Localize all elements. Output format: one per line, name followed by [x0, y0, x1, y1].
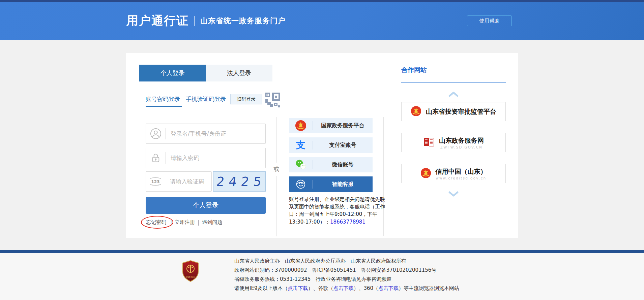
- svg-text:123: 123: [151, 179, 159, 184]
- methods-divider: [146, 107, 383, 107]
- help-button[interactable]: 使用帮助: [467, 15, 512, 26]
- svg-text:党政机关: 党政机关: [186, 275, 195, 278]
- partner-url: www.creditsd.gov.cn: [436, 176, 486, 180]
- link-separator: |: [198, 220, 199, 226]
- chevron-down-icon[interactable]: [447, 190, 460, 198]
- captcha-123-icon: 123: [146, 177, 165, 186]
- footer-accent-bar: [0, 250, 644, 253]
- chevron-up-icon[interactable]: [447, 91, 460, 98]
- tab-legal-login[interactable]: 法人登录: [206, 65, 272, 81]
- wechat-icon: [289, 159, 313, 170]
- qr-code-icon[interactable]: [265, 93, 280, 108]
- partner-url: ZWFW.SD.GOV.CN: [440, 145, 482, 149]
- login-links: 忘记密码 | 立即注册 | 遇到问题: [145, 219, 222, 226]
- partner-card-credit-china[interactable]: 信用中国（山东） www.creditsd.gov.cn: [401, 164, 506, 183]
- username-field: [146, 124, 266, 144]
- partner-name: 山东省投资审批监管平台: [426, 107, 496, 116]
- register-link[interactable]: 立即注册: [175, 219, 195, 226]
- password-field: [146, 148, 266, 168]
- download-360-link[interactable]: 点击下载: [378, 285, 399, 291]
- customer-service-note: 账号登录注册、企业绑定相关问题请优先联系页面中的智能客服系统，客服电话（工作日：…: [289, 196, 386, 226]
- captcha-field: 123: [146, 171, 212, 192]
- trouble-link[interactable]: 遇到问题: [202, 219, 222, 226]
- partners-title: 合作网站: [401, 66, 427, 74]
- third-party-label: 微信账号: [313, 161, 373, 168]
- service-phone-link[interactable]: 18663778981: [330, 219, 365, 225]
- method-sms-login[interactable]: 手机验证码登录: [186, 95, 226, 103]
- username-input[interactable]: [166, 130, 265, 137]
- user-icon: [146, 128, 166, 139]
- partner-card-investment[interactable]: 山东省投资审批监管平台: [401, 102, 506, 121]
- title-divider: [194, 16, 195, 26]
- or-divider-line: [276, 117, 277, 236]
- personal-login-button[interactable]: 个人登录: [146, 197, 266, 214]
- footer-text: 山东省人民政府主办 山东省人民政府办公厅承办 山东省人民政府版权所有 政府网站识…: [234, 257, 459, 293]
- footer-line-browsers: 请使用IE9及以上版本（点击下载）、谷歌（点击下载）、360（点击下载）等主流浏…: [234, 284, 459, 293]
- partners-underline: [401, 82, 506, 83]
- password-input[interactable]: [166, 155, 265, 161]
- national-platform-login-button[interactable]: 国家政务服务平台: [289, 118, 373, 133]
- alipay-icon: 支: [289, 140, 313, 150]
- or-label: 或: [273, 163, 279, 176]
- partner-name: 山东政务服务网: [439, 136, 484, 145]
- smart-service-button[interactable]: 智能客服: [289, 176, 373, 192]
- forgot-password-link[interactable]: 忘记密码: [146, 219, 166, 225]
- page-title: 用户通行证: [126, 13, 189, 29]
- smart-service-icon: [289, 179, 313, 190]
- footer-line-icp: 政府网站识别码：3700000092 鲁ICP备05051451 鲁公网安备37…: [234, 266, 459, 275]
- wechat-login-button[interactable]: 微信账号: [289, 157, 373, 172]
- government-badge-icon: 党政机关: [181, 260, 200, 282]
- national-emblem-icon: [289, 120, 313, 131]
- login-panel: 个人登录 法人登录 账号密码登录 手机验证码登录 扫码登录: [126, 53, 518, 238]
- download-chrome-link[interactable]: 点击下载: [333, 285, 353, 291]
- captcha-image[interactable]: 2425: [213, 171, 266, 192]
- brand: 用户通行证 山东省统一政务服务门户: [126, 2, 286, 40]
- captcha-input[interactable]: [165, 178, 211, 185]
- header: 用户通行证 山东省统一政务服务门户 使用帮助: [0, 2, 644, 40]
- third-party-label: 国家政务服务平台: [313, 122, 373, 129]
- alipay-login-button[interactable]: 支 支付宝账号: [289, 137, 373, 153]
- page-subtitle: 山东省统一政务服务门户: [200, 16, 286, 26]
- partner-name: 信用中国（山东）: [436, 167, 487, 176]
- national-emblem-icon: [420, 168, 431, 180]
- national-emblem-icon: [411, 106, 421, 118]
- method-scan-login[interactable]: 扫码登录: [230, 94, 262, 104]
- footer-line-hotline: 省级政务服务热线：0531-12345 行政业务咨询电话见办事咨询频道: [234, 275, 459, 284]
- third-party-label: 智能客服: [313, 181, 373, 188]
- link-separator: |: [170, 220, 172, 226]
- captcha-value: 2425: [212, 174, 266, 189]
- download-ie-link[interactable]: 点击下载: [288, 285, 308, 291]
- method-password-login[interactable]: 账号密码登录: [146, 95, 180, 103]
- tab-personal-login[interactable]: 个人登录: [139, 65, 206, 81]
- footer-line-sponsor: 山东省人民政府主办 山东省人民政府办公厅承办 山东省人民政府版权所有: [234, 257, 459, 266]
- footer: 党政机关 山东省人民政府主办 山东省人民政府办公厅承办 山东省人民政府版权所有 …: [0, 253, 644, 300]
- lock-icon: [146, 153, 166, 163]
- third-party-label: 支付宝账号: [313, 142, 373, 149]
- partner-card-zwfw[interactable]: 山东政务服务网 ZWFW.SD.GOV.CN: [401, 133, 506, 152]
- red-seal-icon: [423, 136, 435, 149]
